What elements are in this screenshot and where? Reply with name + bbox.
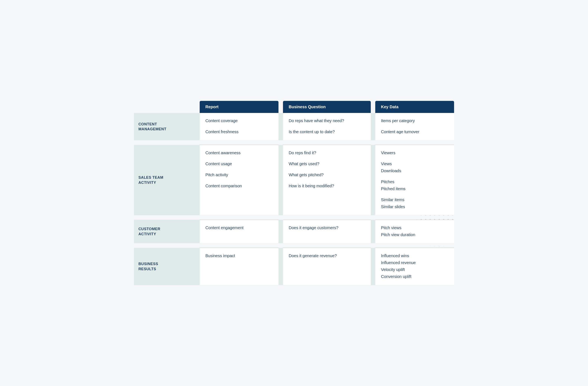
report-item: Content freshness	[205, 129, 273, 135]
cell-keydata: Influenced winsInfluenced revenueVelocit…	[375, 248, 454, 285]
keydata-item: Velocity uplift	[381, 266, 448, 273]
keydata-item: Downloads	[381, 168, 448, 174]
question-item: Is the content up to date?	[289, 129, 365, 135]
question-item: What gets pitched?	[289, 172, 365, 178]
report-item: Content awareness	[205, 150, 273, 156]
cell-question: Do reps have what they need?Is the conte…	[283, 113, 371, 140]
category-label: BUSINESS RESULTS	[134, 248, 195, 285]
category-label: SALES TEAM ACTIVITY	[134, 145, 195, 215]
cell-report: Business impact	[200, 248, 278, 285]
question-item: How is it being modified?	[289, 183, 365, 189]
cell-report: Content engagement	[200, 220, 278, 243]
keydata-item: Influenced wins	[381, 252, 448, 259]
question-item: Does it generate revenue?	[289, 252, 365, 259]
cell-keydata: Pitch viewsPitch view duration	[375, 220, 454, 243]
report-item: Business impact	[205, 252, 273, 259]
column-header-keydata: Key Data	[375, 101, 454, 113]
column-header-question: Business Question	[283, 101, 371, 113]
category-label: CONTENT MANAGEMENT	[134, 113, 195, 140]
question-item: Do reps find it?	[289, 150, 365, 156]
keydata-item: Pitch view duration	[381, 231, 448, 238]
keydata-item: Pitches	[381, 178, 448, 185]
keydata-item: Influenced revenue	[381, 259, 448, 266]
report-item: Content usage	[205, 161, 273, 167]
keydata-item: Content age turnover	[381, 129, 448, 135]
keydata-item: Items per category	[381, 117, 448, 124]
report-item: Content coverage	[205, 117, 273, 124]
cell-report: Content awarenessContent usagePitch acti…	[200, 145, 278, 215]
matrix-grid: Report Business Question Key Data CONTEN…	[134, 101, 454, 285]
cell-question: Does it engage customers?	[283, 220, 371, 243]
cell-question: Do reps find it?What gets used?What gets…	[283, 145, 371, 215]
cell-report: Content coverageContent freshness	[200, 113, 278, 140]
category-label: CUSTOMER ACTIVITY	[134, 220, 195, 243]
column-header-report: Report	[200, 101, 278, 113]
keydata-item: Pitched items	[381, 185, 448, 192]
report-item: Content engagement	[205, 224, 273, 231]
cell-question: Does it generate revenue?	[283, 248, 371, 285]
keydata-item: Viewers	[381, 150, 448, 156]
cell-keydata: ViewersViewsDownloadsPitchesPitched item…	[375, 145, 454, 215]
question-item: Do reps have what they need?	[289, 117, 365, 124]
diagram-frame: Report Business Question Key Data CONTEN…	[134, 101, 454, 285]
keydata-item: Similar slides	[381, 203, 448, 210]
keydata-item: Similar items	[381, 196, 448, 203]
question-item: What gets used?	[289, 161, 365, 167]
question-item: Does it engage customers?	[289, 224, 365, 231]
report-item: Content comparison	[205, 183, 273, 189]
report-item: Pitch activity	[205, 172, 273, 178]
cell-keydata: Items per categoryContent age turnover	[375, 113, 454, 140]
keydata-item: Conversion uplift	[381, 273, 448, 280]
keydata-item: Pitch views	[381, 224, 448, 231]
keydata-item: Views	[381, 161, 448, 167]
